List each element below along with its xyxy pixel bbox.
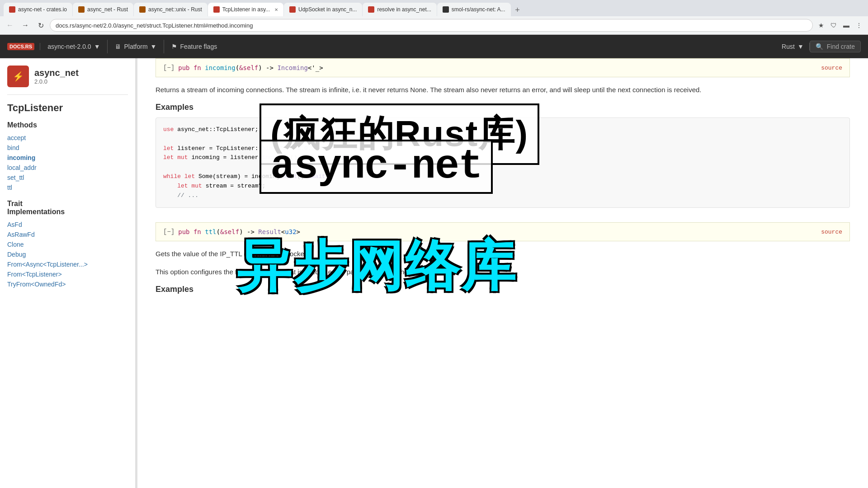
tab-label: async-net - crates.io <box>18 6 67 13</box>
incoming-code-block: use async_net::TcpListener; let listener… <box>156 117 850 208</box>
tab-favicon <box>9 6 15 13</box>
incoming-description: Returns a stream of incoming connections… <box>156 84 850 95</box>
sidebar-link-tryfrom[interactable]: TryFrom<OwnedFd> <box>7 279 128 289</box>
browser-icons: ★ 🛡 ▬ ⋮ <box>816 20 864 31</box>
page-layout: ⚡ async_net 2.0.0 TcpListener Methods ac… <box>0 58 868 488</box>
find-crate-button[interactable]: 🔍 Find crate <box>810 41 861 52</box>
struct-name: TcpListener <box>7 102 128 114</box>
ttl-description-1: Gets the value of the IP_TTL option for … <box>156 249 850 259</box>
sidebar-link-asrawfd[interactable]: AsRawFd <box>7 230 128 239</box>
sidebar-link-ttl[interactable]: ttl <box>7 183 128 192</box>
tab-bar: async-net - crates.io async_net - Rust a… <box>0 0 868 16</box>
ttl-source-link[interactable]: source <box>821 229 842 235</box>
sidebar-link-from-async[interactable]: From<Async<TcpListener...> <box>7 259 128 269</box>
platform-label: Platform <box>124 43 147 50</box>
tab-close-icon[interactable]: ✕ <box>274 7 278 12</box>
sidebar-link-local-addr[interactable]: local_addr <box>7 163 128 173</box>
incoming-source-link[interactable]: source <box>821 65 842 71</box>
ttl-sig-toggle[interactable]: [−] <box>163 228 175 235</box>
ttl-method-section: [−] pub fn ttl(&self) -> Result<u32> sou… <box>156 222 850 294</box>
examples-heading: Examples <box>156 103 850 112</box>
back-button[interactable]: ← <box>4 19 16 32</box>
crate-version: 2.0.0 <box>34 78 79 85</box>
platform-selector[interactable]: 🖥 Platform ▼ <box>108 35 164 58</box>
rust-version-selector[interactable]: Rust ▼ <box>776 43 810 50</box>
tab-async-net-unix[interactable]: async_net::unix - Rust <box>134 3 208 16</box>
rust-label: Rust <box>782 43 795 50</box>
platform-icon: 🖥 <box>115 43 121 50</box>
tab-favicon <box>213 6 220 13</box>
rust-dropdown-icon: ▼ <box>797 43 804 50</box>
address-bar[interactable]: docs.rs/async-net/2.0.0/async_net/struct… <box>50 19 813 32</box>
new-tab-button[interactable]: + <box>511 4 524 16</box>
find-crate-label: Find crate <box>827 43 855 50</box>
tab-label: resolve in async_net... <box>377 6 431 13</box>
crate-dropdown-icon: ▼ <box>94 43 100 50</box>
methods-section-title: Methods <box>7 121 128 129</box>
sig-toggle[interactable]: [−] <box>163 64 175 71</box>
flag-icon: ⚑ <box>171 43 177 50</box>
feature-flags-label: Feature flags <box>180 43 217 50</box>
settings-icon[interactable]: ⋮ <box>854 20 864 31</box>
crate-name-label: async-net-2.0.0 <box>47 43 91 50</box>
trait-impl-title: TraitImplementations <box>7 200 128 216</box>
crate-selector[interactable]: async-net-2.0.0 ▼ <box>40 35 107 58</box>
tab-label: async_net::unix - Rust <box>148 6 202 13</box>
sidebar-link-accept[interactable]: accept <box>7 133 128 143</box>
search-icon: 🔍 <box>816 43 823 50</box>
refresh-button[interactable]: ↻ <box>34 19 47 32</box>
tab-async-net-rust[interactable]: async_net - Rust <box>73 3 133 16</box>
address-bar-row: ← → ↻ docs.rs/async-net/2.0.0/async_net/… <box>0 16 868 34</box>
tab-label: async_net - Rust <box>87 6 128 13</box>
feature-flags-item[interactable]: ⚑ Feature flags <box>164 35 224 58</box>
browser-chrome: async-net - crates.io async_net - Rust a… <box>0 0 868 35</box>
fn-name-ttl: ttl <box>205 228 216 235</box>
platform-dropdown-icon: ▼ <box>151 43 157 50</box>
address-text: docs.rs/async-net/2.0.0/async_net/struct… <box>56 22 253 29</box>
tab-label: TcpListener in asy... <box>222 6 270 13</box>
docs-rs-logo-box: DOCS.RS <box>7 43 34 50</box>
bookmark-icon[interactable]: ★ <box>816 20 826 31</box>
sidebar-link-asfd[interactable]: AsFd <box>7 220 128 230</box>
extension-icon[interactable]: ▬ <box>841 20 852 31</box>
tab-tcplistener-active[interactable]: TcpListener in asy... ✕ <box>208 3 283 16</box>
tab-async-net-crates[interactable]: async-net - crates.io <box>4 3 72 16</box>
ttl-examples-heading: Examples <box>156 285 850 294</box>
main-content: [−] pub fn incoming(&self) -> Incoming<'… <box>137 58 868 488</box>
sidebar-link-debug[interactable]: Debug <box>7 249 128 259</box>
tab-resolve[interactable]: resolve in async_net... <box>363 3 436 16</box>
tab-favicon <box>443 6 449 13</box>
incoming-method-section: [−] pub fn incoming(&self) -> Incoming<'… <box>156 58 850 208</box>
tab-label: smol-rs/async-net: A... <box>452 6 505 13</box>
crate-display-name: async_net <box>34 68 79 78</box>
docs-toolbar: DOCS.RS async-net-2.0.0 ▼ 🖥 Platform ▼ ⚑… <box>0 35 868 58</box>
sidebar: ⚡ async_net 2.0.0 TcpListener Methods ac… <box>0 58 136 488</box>
tab-label: UdpSocket in async_n... <box>298 6 357 13</box>
tab-favicon <box>78 6 85 13</box>
ttl-description-2: This option configures the time-to-live … <box>156 267 850 277</box>
incoming-signature: [−] pub fn incoming(&self) -> Incoming<'… <box>156 58 850 77</box>
tab-favicon <box>139 6 146 13</box>
crate-info: async_net 2.0.0 <box>34 68 79 85</box>
fn-name-incoming: incoming <box>205 64 235 71</box>
tab-favicon <box>368 6 374 13</box>
crate-logo: ⚡ <box>7 66 29 87</box>
sidebar-link-incoming[interactable]: incoming <box>7 153 128 163</box>
docs-rs-logo[interactable]: DOCS.RS <box>7 43 40 50</box>
sidebar-link-set-ttl[interactable]: set_ttl <box>7 173 128 183</box>
tab-favicon <box>289 6 296 13</box>
tab-udpsocket[interactable]: UdpSocket in async_n... <box>284 3 362 16</box>
crate-header: ⚡ async_net 2.0.0 <box>7 66 128 95</box>
sidebar-link-from-tcp[interactable]: From<TcpListener> <box>7 269 128 279</box>
sidebar-link-bind[interactable]: bind <box>7 143 128 153</box>
shield-icon[interactable]: 🛡 <box>828 20 839 31</box>
forward-button[interactable]: → <box>19 19 32 32</box>
pub-keyword: pub fn <box>178 64 205 71</box>
ttl-signature: [−] pub fn ttl(&self) -> Result<u32> sou… <box>156 222 850 241</box>
tab-smol-github[interactable]: smol-rs/async-net: A... <box>437 3 511 16</box>
sidebar-link-clone[interactable]: Clone <box>7 239 128 249</box>
